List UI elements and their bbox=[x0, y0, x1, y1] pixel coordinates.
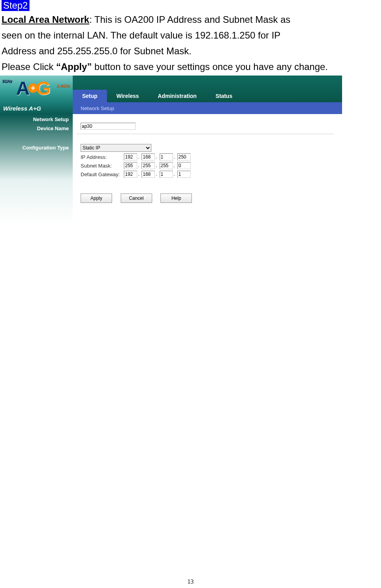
side-section-title: Network Setup bbox=[0, 116, 69, 122]
help-button[interactable]: Help bbox=[160, 194, 192, 203]
logo-subtitle: Wireless A+G bbox=[0, 102, 73, 114]
gw-octet-2[interactable] bbox=[142, 171, 155, 178]
mask-octet-4[interactable] bbox=[177, 162, 191, 169]
gw-octet-1[interactable] bbox=[124, 171, 137, 178]
body-line2: seen on the internal LAN. The default va… bbox=[2, 28, 379, 42]
body-line3: Address and 255.255.255.0 for Subnet Mas… bbox=[2, 44, 379, 58]
click-prefix: Please Click bbox=[2, 61, 56, 72]
apply-button[interactable]: Apply bbox=[81, 194, 112, 203]
dot: . bbox=[156, 154, 157, 160]
content-area: Static IP IP Address: . . . Subnet Mask:… bbox=[73, 114, 342, 224]
mask-octet-1[interactable] bbox=[124, 162, 137, 169]
dot: . bbox=[156, 171, 157, 177]
logo-letter-g: G bbox=[36, 77, 51, 99]
click-suffix: button to save your settings once you ha… bbox=[92, 61, 328, 72]
subnet-mask-label: Subnet Mask: bbox=[81, 163, 124, 169]
ip-octet-4[interactable] bbox=[177, 153, 191, 160]
dot: . bbox=[156, 162, 157, 168]
router-admin-panel: 5GHz 2.4GHz A + G Setup Wireless Adminis… bbox=[0, 76, 342, 224]
step-badge: Step2 bbox=[2, 0, 29, 11]
ip-address-label: IP Address: bbox=[81, 154, 124, 160]
dot: . bbox=[174, 154, 175, 160]
dot: . bbox=[174, 171, 175, 177]
body-line1: This is OA200 IP Address and Subnet Mask… bbox=[92, 14, 291, 25]
logo-letter-a: A bbox=[16, 77, 30, 99]
dot: . bbox=[138, 154, 140, 160]
dot: . bbox=[138, 171, 140, 177]
device-name-input[interactable] bbox=[81, 123, 136, 130]
tab-administration[interactable]: Administration bbox=[148, 90, 206, 102]
apply-quoted: “Apply” bbox=[56, 61, 92, 72]
freq-5ghz-label: 5GHz bbox=[2, 79, 13, 84]
mask-octet-3[interactable] bbox=[160, 162, 173, 169]
freq-24ghz-label: 2.4GHz bbox=[57, 84, 70, 88]
logo-area: 5GHz 2.4GHz A + G bbox=[0, 76, 73, 102]
subnav-network-setup[interactable]: Network Setup bbox=[73, 102, 342, 114]
paragraph-1: Local Area Network: This is OA200 IP Add… bbox=[2, 13, 379, 27]
tab-setup[interactable]: Setup bbox=[73, 90, 107, 102]
mask-octet-2[interactable] bbox=[142, 162, 155, 169]
lead-colon: : bbox=[89, 14, 92, 25]
lead-term: Local Area Network bbox=[2, 14, 89, 25]
logo-graphic: A + G bbox=[12, 76, 55, 100]
gw-octet-4[interactable] bbox=[177, 171, 191, 178]
dot: . bbox=[174, 162, 175, 168]
side-labels: Network Setup Device Name Configuration … bbox=[0, 114, 73, 224]
gateway-label: Default Gateway: bbox=[81, 171, 124, 177]
main-tabs: Setup Wireless Administration Status bbox=[73, 76, 342, 102]
ip-octet-1[interactable] bbox=[124, 153, 137, 160]
tab-wireless[interactable]: Wireless bbox=[107, 90, 148, 102]
cancel-button[interactable]: Cancel bbox=[121, 194, 152, 203]
config-type-select[interactable]: Static IP bbox=[81, 144, 151, 152]
paragraph-2: Please Click “Apply” button to save your… bbox=[2, 60, 379, 74]
side-config-type-label: Configuration Type bbox=[0, 145, 69, 151]
ip-octet-2[interactable] bbox=[142, 153, 155, 160]
dot: . bbox=[138, 162, 140, 168]
gw-octet-3[interactable] bbox=[160, 171, 173, 178]
page-number: 13 bbox=[0, 578, 381, 588]
side-device-name-label: Device Name bbox=[0, 125, 69, 131]
ip-octet-3[interactable] bbox=[160, 153, 173, 160]
tab-status[interactable]: Status bbox=[206, 90, 242, 102]
